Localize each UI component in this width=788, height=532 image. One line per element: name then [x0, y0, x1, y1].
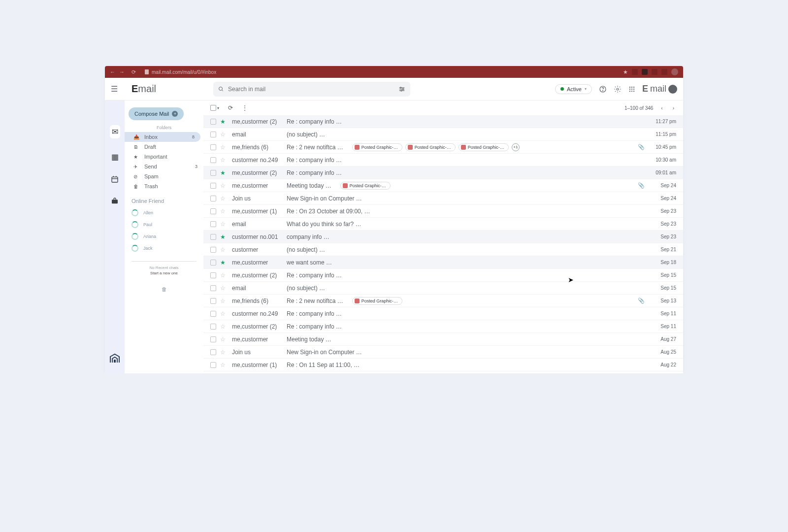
row-checkbox[interactable] [210, 170, 216, 176]
star-icon[interactable]: ☆ [220, 195, 227, 202]
ext-icon-1[interactable] [632, 69, 638, 75]
more-menu-icon[interactable]: ⋮ [242, 104, 248, 111]
row-checkbox[interactable] [210, 336, 216, 342]
mail-row[interactable]: ☆Join usNew Sign-in on Computer …Aug 25 [203, 346, 683, 359]
mail-rail-icon[interactable]: ✉ [110, 125, 120, 138]
star-icon[interactable]: ☆ [220, 362, 227, 368]
mail-row[interactable]: ☆emailWhat do you think so far? …Sep 23 [203, 218, 683, 231]
start-chat-link[interactable]: Start a new one [125, 271, 203, 275]
row-checkbox[interactable] [210, 311, 216, 317]
star-icon[interactable]: ★ [623, 69, 628, 75]
row-checkbox[interactable] [210, 221, 216, 227]
row-checkbox[interactable] [210, 157, 216, 163]
friend-item[interactable]: Paul [125, 219, 203, 231]
calendar-rail-icon[interactable] [111, 175, 119, 183]
mail-row[interactable]: ★me,custormerwe want some …Sep 18 [203, 256, 683, 269]
star-icon[interactable]: ☆ [220, 131, 227, 138]
select-all-checkbox[interactable] [210, 105, 216, 111]
star-icon[interactable]: ☆ [220, 310, 227, 317]
star-icon[interactable]: ☆ [220, 182, 227, 189]
mail-row[interactable]: ★me,custormer (2)Re : company info …09:0… [203, 166, 683, 179]
prev-page-icon[interactable]: ‹ [659, 105, 664, 111]
delete-icon[interactable]: 🗑 [125, 286, 203, 292]
mail-row[interactable]: ☆custormer no.249Re : company info …10:3… [203, 154, 683, 166]
star-icon[interactable]: ☆ [220, 336, 227, 343]
forward-icon[interactable]: → [119, 69, 125, 75]
star-icon[interactable]: ☆ [220, 246, 227, 253]
mail-row[interactable]: ☆custormer no.249Re : company info …Sep … [203, 307, 683, 320]
mail-row[interactable]: ☆email(no subject) …11:15 pm [203, 128, 683, 141]
star-icon[interactable]: ★ [220, 118, 227, 125]
profile-avatar-icon[interactable] [671, 68, 678, 75]
mail-row[interactable]: ☆custormer(no subject) …Sep 21 [203, 243, 683, 256]
row-checkbox[interactable] [210, 324, 216, 330]
row-checkbox[interactable] [210, 196, 216, 201]
row-checkbox[interactable] [210, 272, 216, 278]
friend-item[interactable]: Ariana [125, 231, 203, 242]
folder-send[interactable]: ✈Send3 [125, 162, 203, 171]
star-icon[interactable]: ★ [220, 233, 227, 240]
settings-gear-icon[interactable] [614, 85, 622, 93]
folder-inbox[interactable]: 📥Inbox8 [125, 132, 200, 142]
row-checkbox[interactable] [210, 349, 216, 355]
search-input[interactable] [228, 86, 398, 93]
star-icon[interactable]: ☆ [220, 323, 227, 330]
help-icon[interactable] [599, 85, 607, 93]
friend-item[interactable]: Jack [125, 242, 203, 254]
back-icon[interactable]: ← [110, 69, 115, 75]
star-icon[interactable]: ☆ [220, 144, 227, 151]
attachment-chip[interactable]: Posted Graphic-… [459, 143, 509, 151]
search-filters-icon[interactable] [398, 86, 405, 93]
reload-icon[interactable]: ⟳ [131, 69, 136, 75]
folder-draft[interactable]: 🗎Draft [125, 142, 203, 152]
ext-icon-3[interactable] [652, 69, 657, 75]
ext-icon-2[interactable] [642, 69, 648, 75]
star-icon[interactable]: ☆ [220, 349, 227, 356]
mail-row[interactable]: ☆Join usNew Sign-in on Computer …Sep 24 [203, 192, 683, 205]
mail-row[interactable]: ★me,custormer (2)Re : company info …11:2… [203, 115, 683, 128]
row-checkbox[interactable] [210, 234, 216, 240]
ext-icon-4[interactable] [661, 69, 667, 75]
mail-row[interactable]: ☆me,custormer (2)Re : company info …Sep … [203, 320, 683, 333]
apps-grid-icon[interactable] [628, 86, 635, 93]
mail-rows[interactable]: ➤ ★me,custormer (2)Re : company info …11… [203, 115, 683, 371]
attachment-chip[interactable]: Posted Graphic-… [340, 182, 391, 190]
next-page-icon[interactable]: › [671, 105, 676, 111]
status-pill[interactable]: Active ▾ [555, 84, 592, 94]
folder-important[interactable]: ★Important [125, 152, 203, 162]
mail-row[interactable]: ☆me,custormer (2)Re : company info …Sep … [203, 269, 683, 282]
row-checkbox[interactable] [210, 298, 216, 304]
more-attachments-chip[interactable]: +1 [512, 143, 520, 151]
chat-rail-icon[interactable]: ▦ [111, 152, 119, 162]
compose-button[interactable]: Compose Mail + [129, 107, 184, 120]
row-checkbox[interactable] [210, 183, 216, 189]
work-rail-icon[interactable] [111, 197, 119, 205]
refresh-icon[interactable]: ⟳ [228, 104, 233, 111]
attachment-chip[interactable]: Posted Graphic-… [405, 143, 456, 151]
row-checkbox[interactable] [210, 132, 216, 137]
mail-row[interactable]: ☆me,friends (6)Re : 2 new notiftca …Post… [203, 141, 683, 154]
address-bar[interactable]: mail.mail.com/mail/u/0/#inbox [145, 69, 623, 75]
row-checkbox[interactable] [210, 362, 216, 368]
star-icon[interactable]: ☆ [220, 298, 227, 304]
friend-item[interactable]: Allen [125, 207, 203, 219]
star-icon[interactable]: ☆ [220, 221, 227, 228]
row-checkbox[interactable] [210, 208, 216, 214]
folder-trash[interactable]: 🗑Trash [125, 181, 203, 191]
mail-row[interactable]: ☆me,custormerMeeting today …Posted Graph… [203, 179, 683, 192]
star-icon[interactable]: ☆ [220, 285, 227, 292]
row-checkbox[interactable] [210, 119, 216, 125]
hamburger-icon[interactable]: ☰ [111, 84, 121, 94]
attachment-chip[interactable]: Posted Graphic-… [352, 143, 402, 151]
search-box[interactable] [213, 82, 410, 97]
mail-row[interactable]: ☆email(no subject) …Sep 15 [203, 282, 683, 295]
row-checkbox[interactable] [210, 260, 216, 266]
mail-row[interactable]: ★custormer no.001company info …Sep 23 [203, 231, 683, 243]
star-icon[interactable]: ☆ [220, 272, 227, 279]
row-checkbox[interactable] [210, 144, 216, 150]
star-icon[interactable]: ☆ [220, 208, 227, 215]
row-checkbox[interactable] [210, 247, 216, 253]
mail-row[interactable]: ☆me,friends (6)Re : 2 new notiftca …Post… [203, 295, 683, 307]
select-dropdown-icon[interactable]: ▾ [217, 106, 219, 110]
mail-row[interactable]: ☆me,custormer (1)Re : On 23 October at 0… [203, 205, 683, 218]
